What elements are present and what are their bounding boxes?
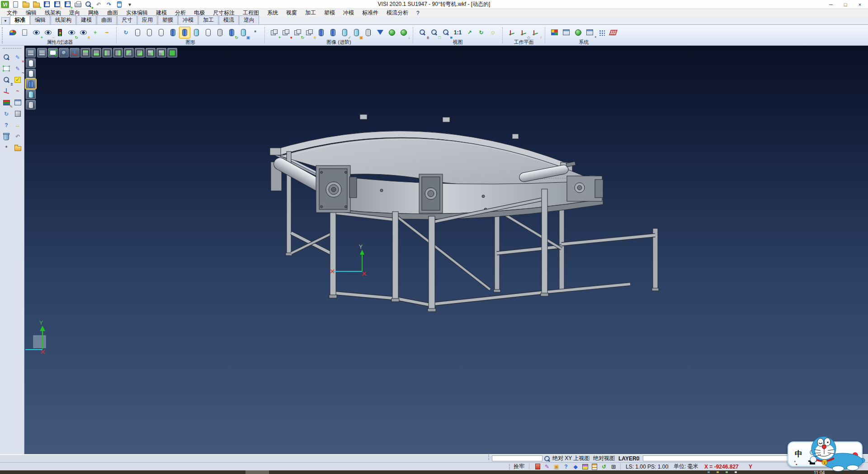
ime-language-toggle[interactable]: 中 (795, 449, 802, 459)
sidebar-button-zoom-toggle[interactable]: ± (1, 75, 12, 85)
status-button-grid-toggle[interactable]: ⊞ (609, 463, 618, 470)
toolbar-button-window-options[interactable]: * (584, 27, 595, 38)
toolbar-button-redraw[interactable]: ↻ (120, 27, 132, 38)
toolbar-button-zoom-in-out[interactable]: ± (417, 27, 428, 38)
scale-indicator[interactable]: LS: 1.00 PS: 1.00 (626, 463, 668, 470)
tab-die[interactable]: 冲模 (178, 15, 198, 24)
view-button-view-iso-nw[interactable] (156, 48, 166, 57)
status-button-material-box[interactable] (581, 463, 589, 470)
toolbar-button-system-tools[interactable]: * (572, 27, 584, 38)
sidebar-button-ucs-axis[interactable] (1, 86, 12, 96)
toolbar-button-shaded[interactable] (167, 27, 179, 38)
menu-item-moldflow[interactable]: 模流分析 (382, 9, 412, 17)
sidebar-button-viewports-layout[interactable] (12, 97, 24, 108)
status-button-pick-wand[interactable]: ✎ (543, 463, 551, 470)
toolbar-button-color-table[interactable] (549, 27, 560, 38)
view-button-zoom-view[interactable] (59, 48, 69, 57)
minimize-button[interactable]: ─ (824, 0, 838, 9)
status-button-context-info[interactable]: ? (562, 463, 570, 470)
toolbar-button-refresh-solids[interactable]: ↻ (292, 27, 303, 38)
view-button-axis-view[interactable] (70, 48, 80, 57)
menu-item-machining[interactable]: 加工 (301, 9, 320, 17)
toolbar-button-zoom-1-1[interactable]: 1:1 (452, 27, 463, 38)
layer-indicator[interactable]: LAYER0 (618, 455, 639, 462)
quick-button-new-file[interactable] (11, 0, 20, 9)
toolbar-button-translucent[interactable] (191, 27, 202, 38)
sidebar-button-sketch-spline[interactable]: ✎~ (12, 63, 24, 74)
tray-icon[interactable] (726, 471, 728, 473)
tab-machining[interactable]: 加工 (198, 15, 218, 24)
sidebar-button-undo-last[interactable]: ↶ (12, 131, 24, 142)
quick-button-quick-more[interactable]: ▾ (125, 0, 134, 9)
display-button-display-translucent[interactable] (26, 90, 36, 99)
view-button-view-left[interactable] (102, 48, 112, 57)
sidebar-button-layer-manager[interactable]: ✎ (1, 97, 12, 108)
view-button-fit-view[interactable] (48, 48, 58, 57)
toolbar-button-zoom-extents[interactable]: ■ (440, 27, 452, 38)
sidebar-button-preview-zoom[interactable] (1, 52, 12, 62)
quick-button-save[interactable] (42, 0, 51, 9)
absolute-view-label[interactable]: 绝对视图 (593, 455, 615, 462)
viewport-3d[interactable]: Y Y (24, 46, 868, 454)
sidebar-button-erase-sketch[interactable]: ✎× (12, 52, 24, 62)
display-button-display-wireframe[interactable] (26, 58, 36, 68)
toolbar-button-toggle-solids[interactable]: ± (304, 27, 315, 38)
toolbar-button-section-view[interactable] (316, 27, 327, 38)
toolbar-button-shaded-edges[interactable] (179, 27, 190, 38)
units-indicator[interactable]: 单位: 毫米 (674, 463, 698, 470)
toolbar-button-display-options[interactable]: * (250, 27, 261, 38)
quick-button-save-all[interactable]: + (63, 0, 72, 9)
toolbar-button-workplane-face[interactable]: ◇ (518, 27, 529, 38)
view-button-view-menu[interactable] (37, 48, 47, 57)
view-button-view-back[interactable] (135, 48, 145, 57)
tab-wireframe[interactable]: 线架构 (51, 15, 76, 24)
tab-modeling[interactable]: 建模 (76, 15, 96, 24)
sidebar-button-context-help[interactable]: ? (1, 120, 12, 130)
toolbar-button-hide-entities[interactable]: − (42, 27, 54, 38)
status-button-session-notes[interactable] (533, 463, 542, 470)
display-button-display-striped[interactable] (26, 100, 36, 109)
toolbar-button-hide-all[interactable]: ━ (101, 27, 113, 38)
tab-moldflow[interactable]: 模流 (219, 15, 239, 24)
sidebar-button-solid-preview[interactable] (12, 109, 24, 119)
sidebar-button-selection-box[interactable] (1, 63, 12, 74)
toolbar-button-render-sphere[interactable] (386, 27, 397, 38)
toolbar-button-hidden-line[interactable] (144, 27, 155, 38)
toolbar-button-refresh-visibility[interactable]: ↻ (66, 27, 77, 38)
search-input[interactable] (492, 455, 542, 461)
toolbar-button-rotate-view[interactable]: ↻ (476, 27, 487, 38)
sidebar-button-curve-edit[interactable]: ~ (12, 86, 24, 96)
menu-item-die[interactable]: 冲模 (339, 9, 358, 17)
display-button-display-hidden[interactable] (26, 69, 36, 78)
toolbar-button-workplane-world[interactable] (506, 27, 518, 38)
toolbar-button-system-window[interactable] (561, 27, 572, 38)
tab-dropdown-icon[interactable]: ▼ (1, 17, 9, 24)
toolbar-button-add-solids[interactable]: + (269, 27, 280, 38)
sidebar-button-measure-distance[interactable]: ↔ (12, 120, 24, 130)
toolbar-button-flat-shaded[interactable] (203, 27, 214, 38)
menu-item-help[interactable]: ? (412, 10, 424, 16)
quick-button-print[interactable] (73, 0, 82, 9)
toolbar-button-dynamic-view[interactable]: ☺ (487, 27, 499, 38)
view-mode-label[interactable]: 绝对 XY 上视图 (552, 455, 590, 462)
maximize-button[interactable]: □ (838, 0, 853, 9)
status-button-export-entity[interactable]: ◆ (571, 463, 580, 470)
view-button-view-bottom[interactable] (91, 48, 101, 57)
toolbar-button-render-cone[interactable] (374, 27, 386, 38)
toolbar-button-show-entities[interactable]: + (31, 27, 42, 38)
search-icon[interactable] (544, 455, 551, 463)
tab-application[interactable]: 应用 (137, 15, 157, 24)
menu-item-standard-parts[interactable]: 标准件 (358, 9, 382, 17)
display-button-display-menu[interactable] (26, 48, 36, 57)
tab-reverse[interactable]: 逆向 (239, 15, 259, 24)
view-button-view-top[interactable] (80, 48, 90, 57)
quick-button-open[interactable] (21, 0, 30, 9)
quick-button-history[interactable] (115, 0, 124, 9)
lock-toggle[interactable]: 拴牢 (514, 463, 524, 470)
toolbar-button-solids-visibility[interactable]: ● (280, 27, 292, 38)
toolbar-button-section-planes[interactable] (327, 27, 339, 38)
command-input[interactable] (643, 455, 788, 461)
toolbar-button-workplane-3point[interactable]: ↑ (530, 27, 541, 38)
menu-item-system[interactable]: 系统 (263, 9, 282, 17)
status-button-levels[interactable] (590, 463, 599, 470)
